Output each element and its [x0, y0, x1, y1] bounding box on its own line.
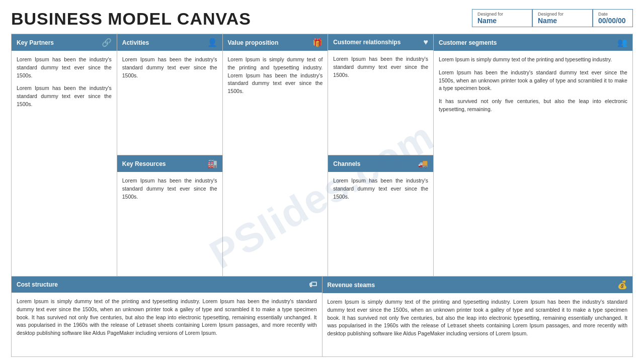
- key-partners-cell: Key Partners 🔗 Lorem Ipsum has been the …: [12, 34, 117, 276]
- key-resources-body: Lorem Ipsum has been the industry's stan…: [117, 172, 222, 276]
- customer-segments-body: Lorem Ipsum is simply dummy text of the …: [434, 51, 632, 276]
- cost-structure-body: Lorem Ipsum is simply dummy text of the …: [12, 293, 322, 356]
- cost-structure-title: Cost structure: [17, 281, 58, 288]
- key-partners-icon: 🔗: [102, 38, 112, 47]
- customer-relationships-title: Customer relationships: [333, 39, 400, 46]
- customer-segments-text-3: It has survived not only five centuries,…: [439, 98, 627, 114]
- meta-boxes: Designed for Name Designed for Name Date…: [472, 9, 633, 27]
- value-proposition-text-1: Lorem Ipsum is simply dummy text of the …: [228, 56, 323, 96]
- meta-value-2: Name: [538, 17, 587, 25]
- value-proposition-icon: 🎁: [312, 38, 323, 47]
- meta-value-1: Name: [477, 17, 527, 25]
- revenue-steams-body: Lorem Ipsum is simply dummy text of the …: [323, 293, 633, 356]
- meta-value-3: 00/00/00: [598, 17, 627, 25]
- page-title: BUSINESS MODEL CANVAS: [11, 9, 472, 29]
- key-resources-icon: 🏭: [207, 159, 217, 168]
- activities-title: Activities: [122, 39, 149, 46]
- meta-label-3: Date: [598, 12, 627, 17]
- customer-relationships-icon: ♥: [424, 38, 429, 47]
- customer-relationships-cell: Customer relationships ♥ Lorem Ipsum has…: [328, 34, 433, 155]
- key-partners-text-1: Lorem Ipsum has been the industry's stan…: [17, 56, 112, 79]
- customer-segments-title: Customer segments: [439, 39, 497, 46]
- meta-label-2: Designed for: [538, 12, 587, 17]
- cost-structure-cell: Cost structure 🏷 Lorem Ipsum is simply d…: [12, 277, 323, 356]
- revenue-steams-icon: 💰: [617, 280, 627, 290]
- page: BUSINESS MODEL CANVAS Designed for Name …: [0, 0, 644, 362]
- channels-cell: Channels 🚚 Lorem Ipsum has been the indu…: [328, 155, 433, 276]
- key-partners-title: Key Partners: [17, 39, 54, 46]
- meta-box-3: Date 00/00/00: [593, 9, 633, 27]
- customer-segments-icon: 👥: [617, 38, 627, 47]
- customer-segments-text-2: Lorem Ipsum has been the industry's stan…: [439, 69, 627, 93]
- key-resources-header: Key Resources 🏭: [117, 155, 222, 172]
- activities-cell: Activities 👤 Lorem Ipsum has been the in…: [117, 34, 222, 155]
- customer-relationships-header: Customer relationships ♥: [328, 34, 433, 50]
- revenue-steams-cell: Revenue steams 💰 Lorem Ipsum is simply d…: [323, 277, 633, 356]
- customer-relationships-text-1: Lorem Ipsum has been the industry's stan…: [333, 55, 428, 79]
- channels-title: Channels: [333, 160, 360, 167]
- value-proposition-body: Lorem Ipsum is simply dummy text of the …: [223, 51, 328, 276]
- activities-header: Activities 👤: [117, 34, 222, 51]
- activities-body: Lorem Ipsum has been the industry's stan…: [117, 51, 222, 155]
- key-partners-text-2: Lorem Ipsum has been the industry's stan…: [17, 84, 112, 108]
- cust-rel-split-col: Customer relationships ♥ Lorem Ipsum has…: [328, 34, 434, 276]
- value-proposition-header: Value proposition 🎁: [223, 34, 328, 51]
- value-proposition-cell: Value proposition 🎁 Lorem Ipsum is simpl…: [223, 34, 329, 276]
- revenue-steams-text: Lorem Ipsum is simply dummy text of the …: [328, 298, 628, 338]
- revenue-steams-title: Revenue steams: [328, 282, 375, 289]
- top-section: Key Partners 🔗 Lorem Ipsum has been the …: [11, 34, 633, 277]
- key-partners-header: Key Partners 🔗: [12, 34, 117, 51]
- value-proposition-title: Value proposition: [228, 39, 279, 46]
- canvas-wrapper: PSIides.com Key Partners 🔗 Lorem Ipsum h…: [11, 34, 633, 357]
- customer-segments-text-1: Lorem Ipsum is simply dummy text of the …: [439, 56, 627, 64]
- activities-split-col: Activities 👤 Lorem Ipsum has been the in…: [117, 34, 223, 276]
- key-resources-text-1: Lorem Ipsum has been the industry's stan…: [122, 177, 217, 201]
- cost-structure-header: Cost structure 🏷: [12, 277, 322, 293]
- cost-structure-icon: 🏷: [309, 280, 317, 289]
- key-resources-cell: Key Resources 🏭 Lorem Ipsum has been the…: [117, 155, 222, 276]
- meta-label-1: Designed for: [477, 12, 527, 17]
- header: BUSINESS MODEL CANVAS Designed for Name …: [11, 9, 633, 29]
- customer-segments-cell: Customer segments 👥 Lorem Ipsum is simpl…: [434, 34, 632, 276]
- bottom-section: Cost structure 🏷 Lorem Ipsum is simply d…: [11, 277, 633, 357]
- cost-structure-text: Lorem Ipsum is simply dummy text of the …: [17, 298, 317, 337]
- customer-relationships-body: Lorem Ipsum has been the industry's stan…: [328, 50, 433, 155]
- channels-text-1: Lorem Ipsum has been the industry's stan…: [333, 177, 428, 201]
- channels-body: Lorem Ipsum has been the industry's stan…: [328, 172, 433, 276]
- meta-box-1: Designed for Name: [472, 9, 532, 27]
- channels-icon: 🚚: [418, 159, 428, 168]
- key-partners-body: Lorem Ipsum has been the industry's stan…: [12, 51, 117, 276]
- customer-segments-header: Customer segments 👥: [434, 34, 632, 51]
- channels-header: Channels 🚚: [328, 155, 433, 172]
- meta-box-2: Designed for Name: [532, 9, 593, 27]
- key-resources-title: Key Resources: [122, 160, 166, 167]
- activities-text-1: Lorem Ipsum has been the industry's stan…: [122, 56, 217, 79]
- revenue-steams-header: Revenue steams 💰: [323, 277, 633, 293]
- activities-icon: 👤: [207, 38, 217, 47]
